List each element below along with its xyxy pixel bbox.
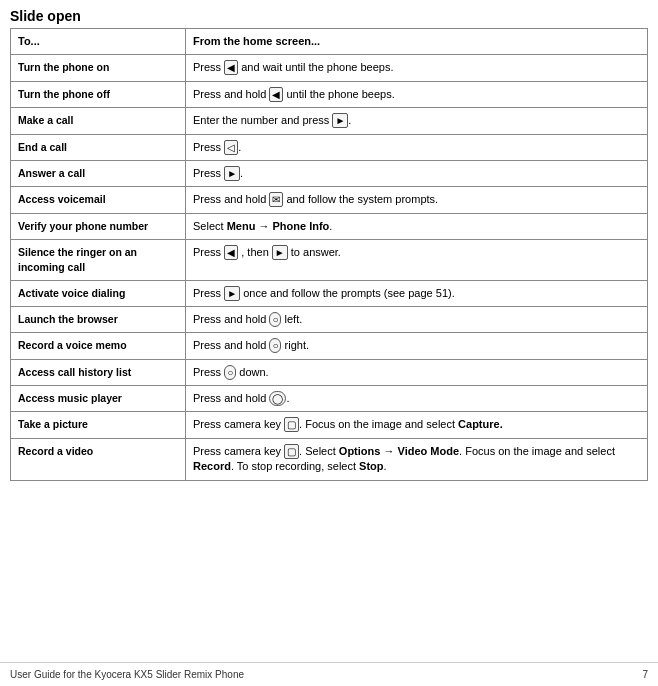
table-row: Verify your phone number Select Menu → P…: [11, 213, 648, 239]
row-content: Select Menu → Phone Info.: [186, 213, 648, 239]
arrow-icon2: →: [383, 445, 394, 457]
capture-label: Capture.: [458, 418, 503, 430]
table-row: Launch the browser Press and hold ○ left…: [11, 306, 648, 332]
row-content: Enter the number and press ►.: [186, 108, 648, 134]
nav-left-icon: ○: [269, 312, 281, 327]
phone-off-icon: ◀: [269, 87, 283, 102]
send-icon: ►: [332, 113, 348, 128]
record-label: Record: [193, 460, 231, 472]
row-label: Turn the phone on: [11, 55, 186, 81]
row-content: Press and hold ◀ until the phone beeps.: [186, 81, 648, 107]
table-row: Access voicemail Press and hold ✉ and fo…: [11, 187, 648, 213]
row-label: Make a call: [11, 108, 186, 134]
table-row: Turn the phone on Press ◀ and wait until…: [11, 55, 648, 81]
table-row: Make a call Enter the number and press ►…: [11, 108, 648, 134]
row-label: End a call: [11, 134, 186, 160]
options-label: Options: [339, 445, 381, 457]
header-col1: To...: [11, 29, 186, 55]
table-row: Take a picture Press camera key ▢. Focus…: [11, 412, 648, 438]
video-mode-label: Video Mode: [398, 445, 460, 457]
menu-text: Menu: [227, 220, 256, 232]
header-col2: From the home screen...: [186, 29, 648, 55]
page-footer: User Guide for the Kyocera KX5 Slider Re…: [0, 662, 658, 686]
table-row: End a call Press ◁.: [11, 134, 648, 160]
phone-icon: ◀: [224, 60, 238, 75]
row-content: Press camera key ▢. Select Options → Vid…: [186, 438, 648, 480]
row-label: Access voicemail: [11, 187, 186, 213]
table-header-row: To... From the home screen...: [11, 29, 648, 55]
row-content: Press and hold ◯.: [186, 386, 648, 412]
table-row: Silence the ringer on an incoming call P…: [11, 240, 648, 280]
footer-left: User Guide for the Kyocera KX5 Slider Re…: [10, 669, 244, 680]
row-content: Press and hold ○ left.: [186, 306, 648, 332]
table-row: Turn the phone off Press and hold ◀ unti…: [11, 81, 648, 107]
main-table: To... From the home screen... Turn the p…: [10, 28, 648, 481]
nav-down-icon: ○: [224, 365, 236, 380]
row-label: Take a picture: [11, 412, 186, 438]
end-call-icon: ◁: [224, 140, 238, 155]
table-row: Answer a call Press ►.: [11, 160, 648, 186]
row-content: Press ◀ and wait until the phone beeps.: [186, 55, 648, 81]
nav-right-icon: ○: [269, 338, 281, 353]
camera-key-icon2: ▢: [284, 444, 299, 459]
table-row: Activate voice dialing Press ► once and …: [11, 280, 648, 306]
page-title: Slide open: [0, 0, 658, 28]
answer-call-icon: ►: [224, 166, 240, 181]
stop-label: Stop: [359, 460, 383, 472]
row-content: Press camera key ▢. Focus on the image a…: [186, 412, 648, 438]
row-label: Access call history list: [11, 359, 186, 385]
voicemail-icon: ✉: [269, 192, 283, 207]
silence-icon: ◀: [224, 245, 238, 260]
voice-dial-icon: ►: [224, 286, 240, 301]
row-content: Press ○ down.: [186, 359, 648, 385]
row-label: Record a video: [11, 438, 186, 480]
table-row: Access call history list Press ○ down.: [11, 359, 648, 385]
answer-icon: ►: [272, 245, 288, 260]
row-content: Press ► once and follow the prompts (see…: [186, 280, 648, 306]
row-label: Answer a call: [11, 160, 186, 186]
row-label: Record a voice memo: [11, 333, 186, 359]
phone-info-text: Phone Info: [273, 220, 330, 232]
row-content: Press and hold ○ right.: [186, 333, 648, 359]
camera-key-icon: ▢: [284, 417, 299, 432]
row-content: Press ◁.: [186, 134, 648, 160]
row-label: Access music player: [11, 386, 186, 412]
row-label: Silence the ringer on an incoming call: [11, 240, 186, 280]
row-content: Press and hold ✉ and follow the system p…: [186, 187, 648, 213]
row-label: Turn the phone off: [11, 81, 186, 107]
row-label: Activate voice dialing: [11, 280, 186, 306]
row-content: Press ►.: [186, 160, 648, 186]
table-row: Record a voice memo Press and hold ○ rig…: [11, 333, 648, 359]
arrow-icon: →: [258, 220, 269, 232]
table-row: Record a video Press camera key ▢. Selec…: [11, 438, 648, 480]
row-label: Verify your phone number: [11, 213, 186, 239]
footer-right: 7: [642, 669, 648, 680]
ok-icon: ◯: [269, 391, 286, 406]
table-row: Access music player Press and hold ◯.: [11, 386, 648, 412]
row-content: Press ◀ , then ► to answer.: [186, 240, 648, 280]
row-label: Launch the browser: [11, 306, 186, 332]
